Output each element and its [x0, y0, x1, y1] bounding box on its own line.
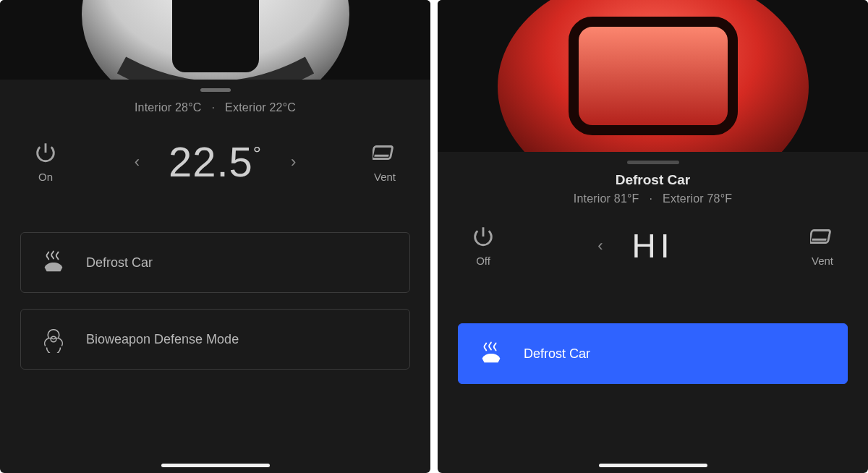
power-button[interactable]: Off — [465, 224, 501, 267]
drag-handle[interactable] — [627, 161, 679, 164]
power-label: Off — [476, 255, 490, 267]
separator-dot: · — [205, 101, 221, 114]
svg-rect-1 — [172, 0, 259, 72]
phone-right: Defrost Car Interior 81°F · Exterior 78°… — [438, 0, 868, 473]
temp-decrease-button[interactable]: ‹ — [127, 148, 147, 176]
car-render-right — [438, 0, 868, 152]
vent-label: Vent — [374, 171, 396, 183]
defrost-label: Defrost Car — [86, 255, 153, 270]
power-label: On — [38, 171, 53, 183]
setpoint-value: 22.5° — [169, 141, 262, 183]
car-render-left — [0, 0, 430, 80]
power-icon — [33, 140, 58, 165]
svg-rect-8 — [810, 231, 830, 243]
interior-temp: Interior 81°F — [574, 192, 639, 205]
climate-panel-right: Defrost Car Interior 81°F · Exterior 78°… — [438, 172, 868, 473]
vent-icon — [810, 224, 835, 249]
panel-title: Defrost Car — [458, 172, 848, 188]
car-white-illustration — [78, 0, 353, 80]
temp-decrease-button[interactable]: ‹ — [590, 232, 610, 260]
temperature-readout: Interior 81°F · Exterior 78°F — [458, 192, 848, 205]
defrost-car-button-active[interactable]: Defrost Car — [458, 323, 848, 384]
climate-panel-left: Interior 28°C · Exterior 22°C On ‹ 22.5°… — [0, 101, 430, 473]
climate-controls-row: On ‹ 22.5° › Vent — [20, 140, 410, 183]
interior-temp: Interior 28°C — [135, 101, 202, 114]
power-icon — [471, 224, 495, 249]
setpoint-value: HI — [632, 226, 674, 265]
defrost-icon — [477, 340, 505, 367]
exterior-temp: Exterior 22°C — [225, 101, 296, 114]
temperature-stepper: ‹ HI › — [590, 226, 715, 265]
svg-rect-2 — [373, 147, 393, 159]
vent-button[interactable]: Vent — [367, 140, 403, 183]
biohazard-icon — [40, 325, 67, 353]
bioweapon-label: Bioweapon Defense Mode — [86, 332, 239, 347]
climate-controls-row: Off ‹ HI › Vent — [458, 224, 848, 267]
temp-increase-button[interactable]: › — [284, 148, 303, 176]
svg-rect-6 — [574, 22, 733, 130]
defrost-icon — [40, 249, 67, 276]
temperature-stepper: ‹ 22.5° › — [127, 141, 304, 183]
home-indicator[interactable] — [161, 464, 270, 467]
phone-left: Interior 28°C · Exterior 22°C On ‹ 22.5°… — [0, 0, 430, 473]
temperature-readout: Interior 28°C · Exterior 22°C — [20, 101, 410, 114]
power-button[interactable]: On — [27, 140, 64, 183]
drag-handle[interactable] — [200, 88, 231, 92]
car-red-illustration — [494, 0, 812, 152]
vent-icon — [373, 140, 397, 165]
exterior-temp: Exterior 78°F — [663, 192, 732, 205]
separator-dot: · — [642, 192, 659, 205]
bioweapon-defense-button[interactable]: Bioweapon Defense Mode — [20, 309, 410, 370]
defrost-label: Defrost Car — [524, 346, 590, 362]
vent-button[interactable]: Vent — [804, 224, 841, 267]
defrost-car-button[interactable]: Defrost Car — [20, 232, 410, 293]
home-indicator[interactable] — [599, 464, 707, 467]
vent-label: Vent — [812, 255, 833, 267]
